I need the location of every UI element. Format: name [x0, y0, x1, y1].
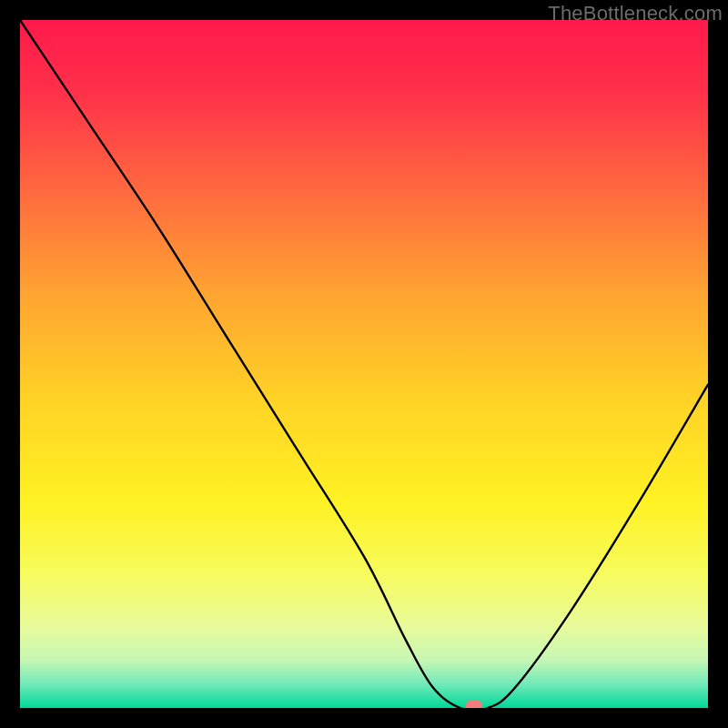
optimum-marker: [466, 701, 482, 708]
chart-frame: TheBottleneck.com: [0, 0, 728, 728]
gradient-background: [20, 20, 708, 708]
plot-area: [20, 20, 708, 708]
watermark-text: TheBottleneck.com: [548, 2, 723, 25]
chart-svg: [20, 20, 708, 708]
